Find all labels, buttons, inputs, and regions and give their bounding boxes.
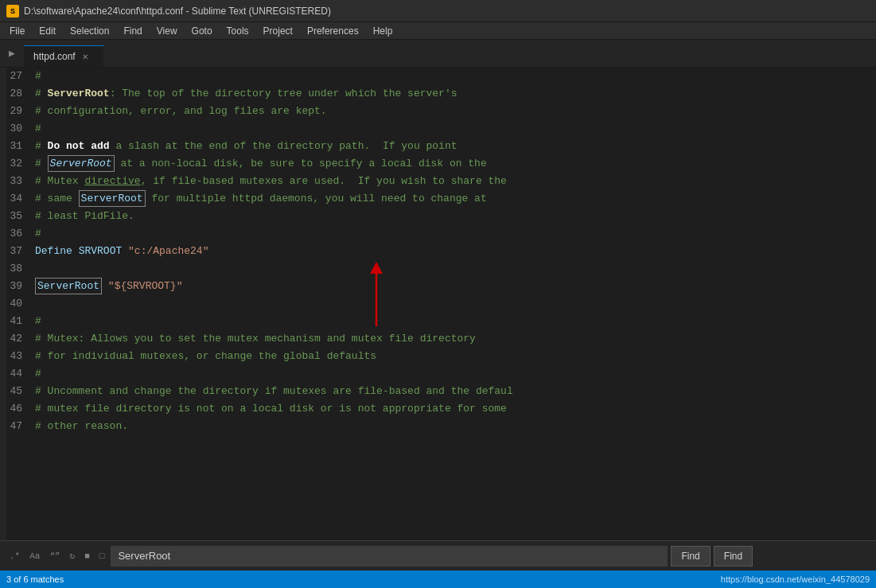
table-row: 43# for individual mutexes, or change th… bbox=[6, 348, 876, 365]
table-row: 42# Mutex: Allows you to set the mutex m… bbox=[6, 330, 876, 348]
code-line: # bbox=[35, 68, 41, 85]
code-line: # for individual mutexes, or change the … bbox=[35, 348, 376, 365]
table-row: 47# other reason. bbox=[6, 418, 876, 435]
app-icon: S bbox=[6, 5, 19, 18]
code-line: # other reason. bbox=[35, 418, 128, 435]
find-button[interactable]: Find bbox=[671, 546, 710, 567]
code-line: # Uncomment and change the directory if … bbox=[35, 383, 513, 400]
line-number: 44 bbox=[6, 365, 35, 383]
table-row: 45# Uncomment and change the directory i… bbox=[6, 383, 876, 400]
line-number: 39 bbox=[6, 278, 35, 295]
line-number: 40 bbox=[6, 295, 35, 313]
menu-bar: File Edit Selection Find View Goto Tools… bbox=[0, 22, 876, 40]
code-line: # ServerRoot: The top of the directory t… bbox=[35, 85, 457, 103]
status-left: 3 of 6 matches bbox=[6, 574, 64, 584]
menu-goto[interactable]: Goto bbox=[185, 24, 219, 38]
table-row: 32# ServerRoot at a non-local disk, be s… bbox=[6, 155, 876, 173]
code-editor[interactable]: 27#28# ServerRoot: The top of the direct… bbox=[6, 68, 876, 540]
find-word-icon[interactable]: “” bbox=[46, 550, 63, 563]
tabs-bar: ▶ httpd.conf ✕ bbox=[0, 40, 876, 68]
line-number: 35 bbox=[6, 208, 35, 225]
line-number: 37 bbox=[6, 243, 35, 260]
code-line: # configuration, error, and log files ar… bbox=[35, 103, 327, 120]
code-line: # bbox=[35, 120, 41, 138]
table-row: 40 bbox=[6, 295, 876, 313]
code-line: # Do not add a slash at the end of the d… bbox=[35, 138, 457, 155]
line-number: 41 bbox=[6, 313, 35, 330]
status-right: https://blog.csdn.net/weixin_44578029 bbox=[721, 574, 870, 584]
table-row: 37Define SRVROOT "c:/Apache24" bbox=[6, 243, 876, 260]
code-line: # bbox=[35, 225, 41, 243]
code-line: # Mutex directive, if file-based mutexes… bbox=[35, 173, 507, 190]
find-bar: .* Aa “” ↻ ■ □ Find Find bbox=[0, 540, 876, 570]
table-row: 31# Do not add a slash at the end of the… bbox=[6, 138, 876, 155]
table-row: 36# bbox=[6, 225, 876, 243]
line-number: 46 bbox=[6, 400, 35, 418]
menu-tools[interactable]: Tools bbox=[220, 24, 255, 38]
code-line: # mutex file directory is not on a local… bbox=[35, 400, 507, 418]
table-row: 38 bbox=[6, 260, 876, 278]
line-number: 31 bbox=[6, 138, 35, 155]
status-bar: 3 of 6 matches https://blog.csdn.net/wei… bbox=[0, 570, 876, 588]
code-line: Define SRVROOT "c:/Apache24" bbox=[35, 243, 208, 260]
line-number: 38 bbox=[6, 260, 35, 278]
line-number: 29 bbox=[6, 103, 35, 120]
find-regex-icon[interactable]: .* bbox=[6, 550, 23, 563]
table-row: 35# least PidFile. bbox=[6, 208, 876, 225]
menu-find[interactable]: Find bbox=[117, 24, 148, 38]
find-highlight-icon[interactable]: □ bbox=[96, 550, 108, 563]
code-line: # bbox=[35, 365, 41, 383]
tab-label: httpd.conf bbox=[33, 51, 76, 62]
table-row: 29# configuration, error, and log files … bbox=[6, 103, 876, 120]
line-number: 42 bbox=[6, 330, 35, 348]
line-number: 34 bbox=[6, 190, 35, 208]
title-text: D:\software\Apache24\conf\httpd.conf - S… bbox=[24, 6, 331, 17]
find-insel-icon[interactable]: ■ bbox=[81, 550, 93, 563]
table-row: 30# bbox=[6, 120, 876, 138]
code-line: # least PidFile. bbox=[35, 208, 134, 225]
find-case-icon[interactable]: Aa bbox=[26, 550, 43, 563]
status-link: https://blog.csdn.net/weixin_44578029 bbox=[721, 574, 870, 584]
tab-nav-arrow[interactable]: ▶ bbox=[0, 39, 24, 67]
menu-preferences[interactable]: Preferences bbox=[301, 24, 365, 38]
title-bar: S D:\software\Apache24\conf\httpd.conf -… bbox=[0, 0, 876, 22]
table-row: 33# Mutex directive, if file-based mutex… bbox=[6, 173, 876, 190]
menu-file[interactable]: File bbox=[3, 24, 31, 38]
menu-edit[interactable]: Edit bbox=[33, 24, 62, 38]
line-number: 47 bbox=[6, 418, 35, 435]
menu-selection[interactable]: Selection bbox=[64, 24, 115, 38]
line-number: 27 bbox=[6, 68, 35, 85]
code-line: # ServerRoot at a non-local disk, be sur… bbox=[35, 155, 487, 173]
line-number: 36 bbox=[6, 225, 35, 243]
find-input[interactable] bbox=[111, 546, 668, 567]
table-row: 34# same ServerRoot for multiple httpd d… bbox=[6, 190, 876, 208]
line-number: 45 bbox=[6, 383, 35, 400]
code-line: # bbox=[35, 313, 41, 330]
line-number: 43 bbox=[6, 348, 35, 365]
table-row: 44# bbox=[6, 365, 876, 383]
code-line: ServerRoot "${SRVROOT}" bbox=[35, 278, 182, 295]
menu-project[interactable]: Project bbox=[257, 24, 299, 38]
line-number: 30 bbox=[6, 120, 35, 138]
line-number: 33 bbox=[6, 173, 35, 190]
sidebar-strip bbox=[0, 68, 6, 540]
table-row: 28# ServerRoot: The top of the directory… bbox=[6, 85, 876, 103]
code-line: # Mutex: Allows you to set the mutex mec… bbox=[35, 330, 476, 348]
editor-main: 27#28# ServerRoot: The top of the direct… bbox=[0, 68, 876, 540]
find-wrap-icon[interactable]: ↻ bbox=[67, 549, 79, 563]
find-next-button[interactable]: Find bbox=[714, 546, 753, 567]
tab-close-button[interactable]: ✕ bbox=[82, 53, 88, 61]
table-row: 27# bbox=[6, 68, 876, 85]
line-number: 28 bbox=[6, 85, 35, 103]
table-row: 39ServerRoot "${SRVROOT}" bbox=[6, 278, 876, 295]
match-count: 3 of 6 matches bbox=[6, 574, 64, 584]
line-number: 32 bbox=[6, 155, 35, 173]
menu-help[interactable]: Help bbox=[367, 24, 399, 38]
code-line: # same ServerRoot for multiple httpd dae… bbox=[35, 190, 487, 208]
table-row: 41# bbox=[6, 313, 876, 330]
tab-httpd-conf[interactable]: httpd.conf ✕ bbox=[24, 45, 103, 67]
menu-view[interactable]: View bbox=[150, 24, 184, 38]
table-row: 46# mutex file directory is not on a loc… bbox=[6, 400, 876, 418]
